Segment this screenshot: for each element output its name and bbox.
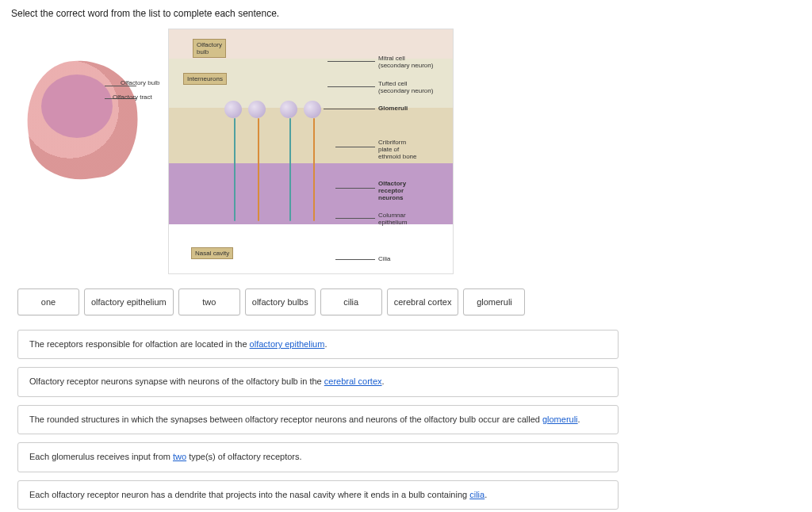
leader-line	[335, 188, 375, 189]
sentence-4[interactable]: Each glomerulus receives input from two …	[17, 442, 619, 472]
word-tile-cerebral-cortex[interactable]: cerebral cortex	[387, 288, 459, 315]
sentence-text: .	[578, 415, 580, 424]
nose-inner	[41, 75, 113, 138]
label-mitral-cell: Mitral cell (secondary neuron)	[378, 55, 433, 69]
sentence-list: The receptors responsible for olfaction …	[17, 330, 801, 510]
sentence-text: .	[485, 490, 487, 499]
leader-line	[335, 147, 375, 147]
label-glomeruli: Glomeruli	[378, 105, 408, 112]
word-tile-glomeruli[interactable]: glomeruli	[463, 288, 525, 315]
glomerulus-graphic	[304, 101, 321, 118]
label-olfactory-tract: Olfactory tract	[113, 94, 152, 101]
chip-interneurons: Interneurons	[183, 73, 227, 85]
word-tile-olfactory-bulbs[interactable]: olfactory bulbs	[245, 288, 316, 315]
sentence-text: .	[324, 339, 327, 349]
word-bank: one olfactory epithelium two olfactory b…	[17, 288, 801, 315]
sentence-text: The rounded structures in which the syna…	[29, 415, 542, 424]
label-cribriform-plate: Cribriform plate of ethmoid bone	[378, 139, 416, 161]
sentence-answer-slot[interactable]: cerebral cortex	[324, 376, 382, 386]
glomerulus-graphic	[248, 101, 266, 118]
sentence-text: type(s) of olfactory receptors.	[186, 452, 302, 461]
sentence-answer-slot[interactable]: cilia	[469, 490, 485, 499]
leader-line	[335, 218, 375, 219]
sentence-answer-slot[interactable]: olfactory epithelium	[250, 339, 325, 349]
sentence-answer-slot[interactable]: glomeruli	[542, 415, 578, 424]
sentence-text: Each olfactory receptor neuron has a den…	[29, 490, 469, 499]
figure-nose-sagittal: Olfactory bulb Olfactory tract	[19, 52, 162, 195]
axon-graphic	[289, 118, 291, 221]
sentence-text: Olfactory receptor neurons synapse with …	[29, 376, 324, 386]
glomerulus-graphic	[280, 101, 297, 118]
label-columnar-epithelium: Columnar epithelium	[378, 212, 407, 226]
sentence-3[interactable]: The rounded structures in which the syna…	[17, 405, 619, 434]
leader-line	[327, 61, 375, 62]
label-olfactory-receptor-neurons: Olfactory receptor neurons	[378, 180, 406, 202]
sentence-2[interactable]: Olfactory receptor neurons synapse with …	[17, 367, 619, 396]
leader-line	[327, 86, 375, 87]
word-tile-cilia[interactable]: cilia	[320, 288, 382, 315]
glomerulus-graphic	[224, 101, 242, 118]
chip-olfactory-bulb: Olfactory bulb	[193, 39, 226, 58]
axon-graphic	[234, 118, 236, 221]
leader-line	[324, 109, 375, 109]
axon-graphic	[258, 118, 259, 221]
figure-row: Olfactory bulb Olfactory tract Olfactory…	[19, 29, 801, 274]
sentence-5[interactable]: Each olfactory receptor neuron has a den…	[17, 480, 619, 510]
sentence-text: Each glomerulus receives input from	[29, 452, 173, 461]
leader-line	[335, 259, 375, 260]
label-tufted-cell: Tufted cell (secondary neuron)	[378, 80, 433, 94]
word-tile-one[interactable]: one	[17, 288, 79, 315]
chip-nasal-cavity: Nasal cavity	[191, 247, 233, 259]
label-olfactory-bulb: Olfactory bulb	[121, 79, 159, 86]
word-tile-olfactory-epithelium[interactable]: olfactory epithelium	[84, 288, 174, 315]
axon-graphic	[313, 118, 315, 221]
word-tile-two[interactable]: two	[178, 288, 240, 315]
sentence-text: .	[382, 376, 385, 386]
label-cilia: Cilia	[378, 255, 391, 262]
sentence-text: The receptors responsible for olfaction …	[29, 339, 250, 349]
sentence-1[interactable]: The receptors responsible for olfaction …	[17, 330, 619, 359]
instruction-text: Select the correct word from the list to…	[11, 8, 801, 19]
sentence-answer-slot[interactable]: two	[173, 452, 186, 461]
figure-olfactory-detail: Olfactory bulb Interneurons Nasal cavity…	[168, 29, 454, 274]
